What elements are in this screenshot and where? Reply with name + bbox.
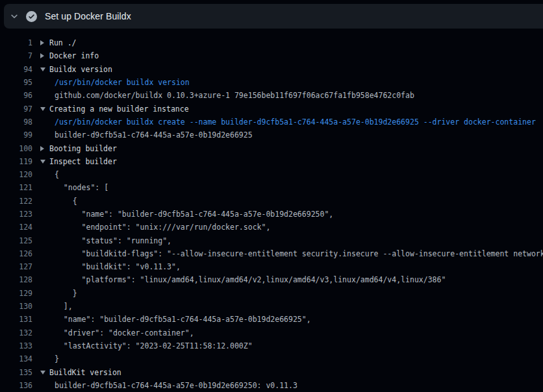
log-line: 136 builder-d9cfb5a1-c764-445a-a57e-0b19… [0,379,543,392]
log-line-text[interactable]: Docker info [49,51,99,60]
group-toggle-icon [40,40,44,45]
log-line-group: 100 Booting builder [0,141,543,154]
log-line-text: /usr/bin/docker buildx version [55,78,190,87]
log-line-content: github.com/docker/buildx 0.10.3+azure-1 … [55,91,414,100]
line-number[interactable]: 130 [0,302,32,311]
log-line-group: 7 Docker info [0,49,543,62]
log-line-text: "driver": "docker-container", [55,328,194,337]
log-line-text[interactable]: Inspect builder [49,157,117,166]
log-line-content: "name": "builder-d9cfb5a1-c764-445a-a57e… [55,210,333,219]
line-number[interactable]: 132 [0,328,32,337]
log-line: 133 "lastActivity": "2023-02-25T11:58:12… [0,339,543,352]
log-line: 126 "buildkitd-flags": "--allow-insecure… [0,247,543,260]
log-line-content: Buildx version [40,65,112,74]
log-line-content: { [55,170,59,179]
line-number[interactable]: 124 [0,223,32,232]
log-line-text: } [55,289,77,298]
line-number[interactable]: 134 [0,354,32,363]
log-line-text: "name": "builder-d9cfb5a1-c764-445a-a57e… [55,210,333,219]
log-line-content: "lastActivity": "2023-02-25T11:58:12.000… [55,341,253,350]
log-line-content: Creating a new builder instance [40,104,189,114]
log-line: 99 builder-d9cfb5a1-c764-445a-a57e-0b19d… [0,129,543,141]
log-line-content: BuildKit version [40,368,121,377]
log-line: 134 } [0,352,543,365]
log-line-text: "status": "running", [55,236,171,245]
line-number[interactable]: 135 [0,368,32,377]
log-line-text[interactable]: Buildx version [49,65,112,74]
log-line-content: "status": "running", [55,236,171,245]
line-number[interactable]: 127 [0,262,32,271]
line-number[interactable]: 122 [0,197,32,206]
log-line: 98 /usr/bin/docker buildx create --name … [0,116,543,129]
log-line-text: "platforms": "linux/amd64,linux/amd64/v2… [55,275,446,284]
log-line-content: "platforms": "linux/amd64,linux/amd64/v2… [55,275,446,284]
step-title: Set up Docker Buildx [45,11,131,21]
line-number[interactable]: 1 [0,38,32,47]
log-line-text: builder-d9cfb5a1-c764-445a-a57e-0b19d2e6… [55,381,297,390]
log-line-content: { [55,197,77,206]
line-number[interactable]: 129 [0,289,32,298]
line-number[interactable]: 94 [0,65,32,74]
log-line: 125 "status": "running", [0,234,543,247]
log-line-content: /usr/bin/docker buildx create --name bui… [55,117,536,127]
log-line: 129 } [0,287,543,300]
log-line-text: { [55,197,77,206]
line-number[interactable]: 131 [0,315,32,324]
log-line: 122 { [0,195,543,208]
log-line-text: builder-d9cfb5a1-c764-445a-a57e-0b19d2e6… [55,130,253,140]
log-line-content: "endpoint": "unix:///var/run/docker.sock… [55,223,270,232]
group-toggle-icon [40,67,45,71]
log-line-text: ], [55,302,73,311]
line-number[interactable]: 123 [0,210,32,219]
line-number[interactable]: 136 [0,381,32,390]
line-number[interactable]: 97 [0,104,32,114]
group-toggle-icon [40,371,45,374]
step-header[interactable]: Set up Docker Buildx [4,4,543,29]
log-line-text: /usr/bin/docker buildx create --name bui… [55,117,536,127]
log-line: 95 /usr/bin/docker buildx version [0,76,543,89]
line-number[interactable]: 126 [0,249,32,258]
log-line-text: { [55,170,59,179]
log-line-content: /usr/bin/docker buildx version [55,78,190,87]
log-line-text: } [55,354,59,363]
log-line-text[interactable]: BuildKit version [49,368,121,377]
line-number[interactable]: 100 [0,144,32,153]
log-line: 132 "driver": "docker-container", [0,326,543,339]
line-number[interactable]: 96 [0,91,32,100]
line-number[interactable]: 121 [0,183,32,192]
line-number[interactable]: 99 [0,130,32,140]
log-line: 127 "buildkit": "v0.11.3", [0,260,543,273]
log-line-content: Booting builder [40,144,117,153]
log-line-text[interactable]: Creating a new builder instance [49,104,189,114]
log-line-text[interactable]: Run ./ [49,38,77,47]
line-number[interactable]: 95 [0,78,32,87]
line-number[interactable]: 119 [0,157,32,166]
log-line-content: } [55,289,77,298]
log-line: 124 "endpoint": "unix:///var/run/docker.… [0,221,543,234]
log-line-text: "buildkitd-flags": "--allow-insecure-ent… [55,249,543,258]
line-number[interactable]: 98 [0,117,32,127]
log-line-content: Docker info [40,51,99,60]
log-line-text: "endpoint": "unix:///var/run/docker.sock… [55,223,270,232]
log-line-content: "buildkitd-flags": "--allow-insecure-ent… [55,249,543,258]
line-number[interactable]: 120 [0,170,32,179]
log-line-text: "buildkit": "v0.11.3", [55,262,181,271]
log-line-content: Run ./ [40,38,77,47]
log-line: 121 "nodes": [ [0,181,543,194]
log-line-content: builder-d9cfb5a1-c764-445a-a57e-0b19d2e6… [55,381,297,390]
log-line-content: Inspect builder [40,157,117,166]
log-line-content: "nodes": [ [55,183,108,192]
log-line-content: builder-d9cfb5a1-c764-445a-a57e-0b19d2e6… [55,130,253,140]
log-line: 96 github.com/docker/buildx 0.10.3+azure… [0,89,543,102]
log-line-group: 94 Buildx version [0,63,543,76]
check-circle-icon [26,11,37,22]
log-line-content: "driver": "docker-container", [55,328,194,337]
log-line-text: "nodes": [ [55,183,108,192]
log-line-group: 135 BuildKit version [0,365,543,378]
line-number[interactable]: 128 [0,275,32,284]
line-number[interactable]: 125 [0,236,32,245]
line-number[interactable]: 7 [0,51,32,60]
line-number[interactable]: 133 [0,341,32,350]
group-toggle-icon [40,107,45,111]
log-line-text[interactable]: Booting builder [49,144,117,153]
